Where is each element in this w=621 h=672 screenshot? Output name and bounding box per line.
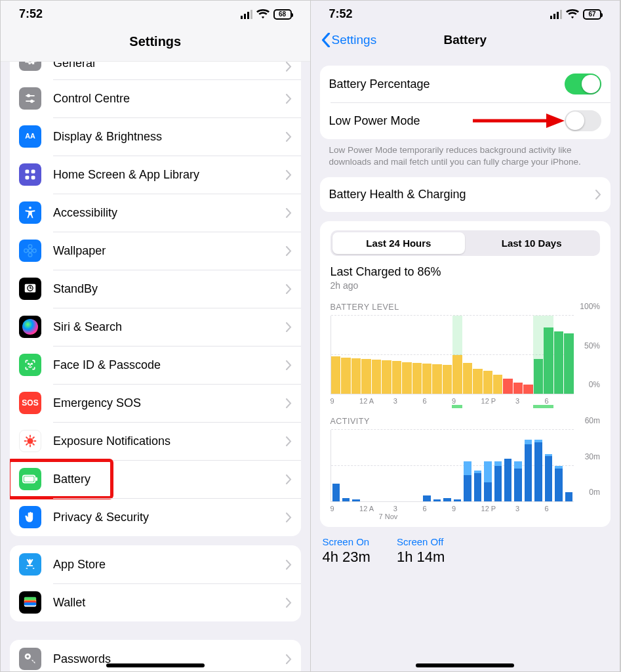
row-battery-health[interactable]: Battery Health & Charging (320, 177, 611, 212)
settings-group-2: App StoreWallet (10, 545, 301, 621)
svg-point-18 (31, 364, 33, 365)
svg-line-27 (33, 437, 35, 439)
svg-rect-7 (26, 176, 30, 180)
row-label: Face ID & Passcode (53, 358, 286, 372)
battery-icon (19, 468, 41, 490)
label: Low Power Mode (329, 114, 565, 128)
svg-rect-8 (31, 176, 35, 180)
svg-rect-29 (24, 476, 34, 481)
toggle-battery-percentage[interactable] (565, 74, 601, 94)
chevron-right-icon (286, 208, 292, 218)
settings-row-app-store[interactable]: App Store (10, 545, 301, 583)
screen-off-value: 1h 14m (397, 549, 445, 566)
brightness-icon: AA (19, 125, 41, 148)
svg-point-37 (27, 656, 30, 658)
status-time: 7:52 (19, 7, 43, 21)
back-label: Settings (332, 33, 377, 47)
gear-icon (19, 62, 41, 71)
battery-status-icon: 67 (583, 9, 601, 20)
chevron-right-icon (286, 284, 292, 294)
settings-row-battery[interactable]: Battery (10, 460, 301, 498)
usage-card: Last 24 Hours Last 10 Days Last Charged … (320, 221, 611, 527)
battery-toggle-group: Battery Percentage Low Power Mode (320, 66, 611, 139)
label: Battery Percentage (329, 77, 565, 91)
back-button[interactable]: Settings (321, 33, 377, 47)
svg-point-13 (24, 249, 28, 253)
settings-row-wallet[interactable]: Wallet (10, 583, 301, 621)
chevron-right-icon (286, 322, 292, 332)
svg-rect-6 (31, 170, 35, 174)
home-indicator[interactable] (416, 663, 514, 667)
hand-icon (19, 506, 41, 528)
settings-row-control-centre[interactable]: Control Centre (10, 79, 301, 117)
screen-time-row: Screen On 4h 23m Screen Off 1h 14m (320, 536, 611, 566)
key-icon (19, 648, 41, 670)
time-range-segmented: Last 24 Hours Last 10 Days (331, 230, 601, 256)
virus-icon (19, 430, 41, 452)
row-label: Emergency SOS (53, 396, 286, 410)
settings-row-exposure-notifications[interactable]: Exposure Notifications (10, 422, 301, 460)
chevron-right-icon (286, 94, 292, 104)
settings-row-emergency-sos[interactable]: SOSEmergency SOS (10, 384, 301, 422)
chevron-right-icon (286, 62, 292, 72)
settings-row-display-brightness[interactable]: AADisplay & Brightness (10, 117, 301, 156)
cellular-signal-icon (241, 10, 252, 19)
svg-point-9 (29, 207, 31, 209)
battery-level-chart: 100% 50% 0% 912 A36912 P36 (331, 316, 601, 405)
row-label: Accessibility (53, 206, 286, 220)
settings-row-privacy-security[interactable]: Privacy & Security (10, 498, 301, 536)
siri-icon (19, 316, 41, 338)
svg-rect-33 (24, 597, 36, 600)
status-right: 68 (241, 9, 292, 20)
toggle-low-power-mode[interactable] (565, 110, 601, 131)
chevron-right-icon (286, 654, 292, 664)
svg-rect-5 (26, 170, 30, 174)
activity-chart: 60m 30m 0m 912 A36912 P36 7 Nov (331, 430, 601, 520)
chevron-right-icon (595, 190, 601, 200)
settings-row-siri-search[interactable]: Siri & Search (10, 308, 301, 346)
row-label: Control Centre (53, 92, 286, 106)
settings-screen: 7:52 68 Settings GeneralControl CentreAA… (1, 1, 311, 671)
svg-point-19 (27, 438, 33, 444)
segment-last-24h[interactable]: Last 24 Hours (332, 232, 466, 254)
row-label: Privacy & Security (53, 511, 286, 524)
segment-last-10d[interactable]: Last 10 Days (465, 232, 598, 254)
activity-label: ACTIVITY (331, 417, 601, 426)
screen-off-label: Screen Off (397, 536, 445, 547)
svg-line-26 (26, 444, 28, 446)
screen-off-block: Screen Off 1h 14m (397, 536, 445, 566)
screen-on-block: Screen On 4h 23m (323, 536, 371, 566)
chevron-right-icon (286, 474, 292, 484)
screen-on-value: 4h 23m (323, 549, 371, 566)
battery-level-label: BATTERY LEVEL (331, 303, 601, 312)
svg-text:AA: AA (25, 132, 35, 140)
svg-line-24 (26, 437, 28, 439)
settings-row-home-screen-app-library[interactable]: Home Screen & App Library (10, 156, 301, 194)
chevron-right-icon (286, 170, 292, 180)
status-bar: 7:52 67 (311, 1, 620, 25)
page-header: Settings Battery (311, 25, 620, 56)
status-bar: 7:52 68 (1, 1, 310, 25)
chevron-right-icon (286, 513, 292, 522)
row-label: Exposure Notifications (53, 434, 286, 448)
last-charged-title: Last Charged to 86% (331, 265, 601, 279)
flower-icon (19, 240, 41, 262)
settings-row-wallpaper[interactable]: Wallpaper (10, 232, 301, 270)
chevron-right-icon (286, 246, 292, 256)
faceid-icon (19, 354, 41, 376)
svg-point-11 (28, 245, 32, 249)
cellular-signal-icon (550, 10, 562, 19)
settings-row-standby[interactable]: StandBy (10, 270, 301, 308)
chevron-right-icon (286, 560, 292, 570)
grid-icon (19, 163, 41, 186)
chevron-right-icon (286, 436, 292, 446)
home-indicator[interactable] (106, 663, 205, 667)
settings-row-face-id-passcode[interactable]: Face ID & Passcode (10, 346, 301, 384)
status-time: 7:52 (329, 7, 353, 21)
row-battery-percentage: Battery Percentage (320, 66, 611, 102)
battery-screen: 7:52 67 Settings Battery Battery Percent… (311, 1, 621, 671)
settings-row-accessibility[interactable]: Accessibility (10, 194, 301, 232)
settings-row-general[interactable]: General (10, 62, 301, 79)
row-label: App Store (53, 558, 286, 572)
row-label: General (53, 62, 286, 70)
